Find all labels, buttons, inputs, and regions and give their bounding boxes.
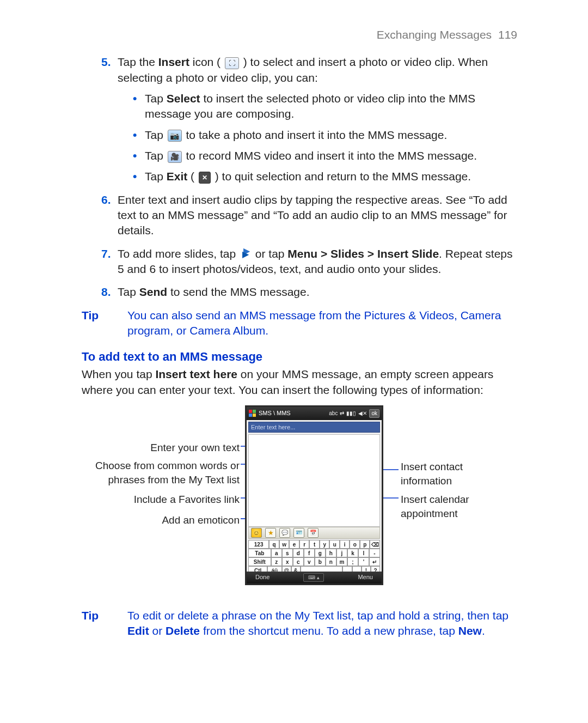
key[interactable]: g (315, 549, 326, 557)
step-number: 6. (101, 192, 111, 208)
svg-rect-1 (249, 410, 252, 413)
bullet-camera: Tap to take a photo and insert it into t… (133, 127, 517, 143)
key[interactable]: z (271, 557, 282, 566)
key[interactable]: f (304, 549, 315, 557)
text: icon ( (189, 56, 224, 68)
manual-page: Exchanging Messages 119 5. Tap the Inser… (0, 0, 588, 723)
windows-start-icon[interactable] (249, 410, 256, 417)
text: To add more slides, tap (118, 247, 239, 260)
insert-icon (225, 57, 239, 69)
key[interactable]: r (299, 540, 310, 549)
input-mode-indicator: abc (329, 410, 338, 417)
exit-label: Exit (167, 170, 188, 183)
sip-toggle-icon[interactable]: ⌨ ▴ (303, 573, 324, 582)
key[interactable]: d (293, 549, 304, 557)
app-title: SMS \ MMS (259, 409, 291, 417)
key[interactable]: Shift (248, 557, 271, 566)
step-7: 7. To add more slides, tap or tap Menu >… (101, 246, 517, 277)
phone-mockup: SMS \ MMS abc ⇄ ▮▮▯ ◀✕ ok Enter text her… (245, 405, 383, 585)
svg-rect-3 (249, 414, 252, 417)
bullet-video: Tap to record MMS video and insert it in… (133, 148, 517, 163)
key[interactable]: u (329, 540, 340, 549)
key[interactable]: n (326, 557, 336, 566)
ok-button[interactable]: ok (369, 409, 379, 418)
callout-favorites: Include a Favorites link (82, 493, 240, 507)
callout-emoticon: Add an emoticon (82, 513, 240, 527)
key[interactable]: h (326, 549, 336, 557)
camera-icon (168, 130, 182, 142)
tip-2: Tip To edit or delete a phrase on the My… (82, 608, 517, 639)
key[interactable]: ' (358, 557, 369, 566)
key[interactable]: x (282, 557, 293, 566)
page-number: 119 (498, 28, 517, 41)
section-heading: To add text to an MMS message (82, 349, 517, 365)
svg-rect-2 (253, 410, 256, 413)
right-softkey[interactable]: Menu (358, 573, 373, 581)
tip-label: Tip (82, 608, 127, 639)
contact-icon[interactable] (293, 528, 304, 538)
emoticon-icon[interactable] (251, 528, 262, 538)
text: or (149, 624, 166, 637)
svg-rect-4 (253, 414, 256, 417)
tip-1: Tip You can also send an MMS message fro… (82, 308, 517, 339)
calendar-icon[interactable] (308, 528, 318, 538)
text: to send the MMS message. (167, 285, 309, 298)
key[interactable]: a (271, 549, 282, 557)
key[interactable]: t (309, 540, 320, 549)
tip-label: Tip (82, 308, 127, 339)
step-5: 5. Tap the Insert icon ( ) to select and… (101, 54, 517, 184)
sub-bullets: Tap Select to insert the selected photo … (118, 91, 517, 185)
mytext-icon[interactable] (279, 528, 290, 538)
delete-label: Delete (166, 624, 200, 637)
add-slide-icon (240, 248, 251, 260)
left-softkey[interactable]: Done (255, 573, 270, 581)
callout-calendar: Insert calendar appointment (401, 493, 515, 520)
key[interactable]: y (320, 540, 330, 549)
text-entry-field[interactable]: Enter text here... (248, 422, 380, 433)
soft-keyboard[interactable]: 123qwertyuiop⌫ Tabasdfghjkl- Shiftzxcvbn… (248, 540, 380, 575)
send-label: Send (139, 285, 167, 298)
key[interactable]: o (350, 540, 360, 549)
bullet-select: Tap Select to insert the selected photo … (133, 91, 517, 122)
text: Tap (145, 170, 167, 183)
insert-toolbar (248, 527, 380, 539)
key[interactable]: 123 (248, 540, 269, 549)
text: . (482, 624, 485, 637)
new-label: New (458, 624, 482, 637)
key[interactable]: b (315, 557, 326, 566)
text: Tap (145, 92, 167, 105)
close-icon (199, 172, 211, 184)
edit-label: Edit (127, 624, 149, 637)
key[interactable]: p (360, 540, 370, 549)
key[interactable]: s (282, 549, 293, 557)
key[interactable]: k (347, 549, 358, 557)
text: ( (187, 170, 198, 183)
key[interactable]: i (340, 540, 350, 549)
key[interactable]: - (369, 549, 380, 557)
text-entry-body[interactable] (248, 434, 380, 527)
key[interactable]: m (336, 557, 347, 566)
key[interactable]: ↵ (369, 557, 380, 566)
mms-text-figure: Enter your own text Choose from common w… (82, 405, 517, 602)
menu-path: Menu > Slides > Insert Slide (287, 247, 439, 260)
text: Tap (145, 149, 167, 162)
key[interactable]: ⌫ (370, 540, 380, 549)
tip-text: To edit or delete a phrase on the My Tex… (127, 608, 517, 639)
key[interactable]: c (293, 557, 304, 566)
insert-label: Insert (158, 56, 189, 68)
key[interactable]: e (289, 540, 299, 549)
key[interactable]: w (279, 540, 290, 549)
key[interactable]: v (304, 557, 315, 566)
key[interactable]: ; (347, 557, 358, 566)
text: To edit or delete a phrase on the My Tex… (127, 609, 509, 622)
key[interactable]: j (336, 549, 347, 557)
step-8: 8. Tap Send to send the MMS message. (101, 284, 517, 300)
key[interactable]: l (358, 549, 369, 557)
favorites-icon[interactable] (265, 528, 276, 538)
callout-my-text: Choose from common words or phrases from… (82, 459, 240, 487)
key[interactable]: q (269, 540, 279, 549)
text: ) to quit selection and return to the MM… (212, 170, 471, 183)
key[interactable]: Tab (248, 549, 271, 557)
signal-icon: ▮▮▯ (346, 410, 356, 417)
text: Tap (145, 129, 167, 141)
